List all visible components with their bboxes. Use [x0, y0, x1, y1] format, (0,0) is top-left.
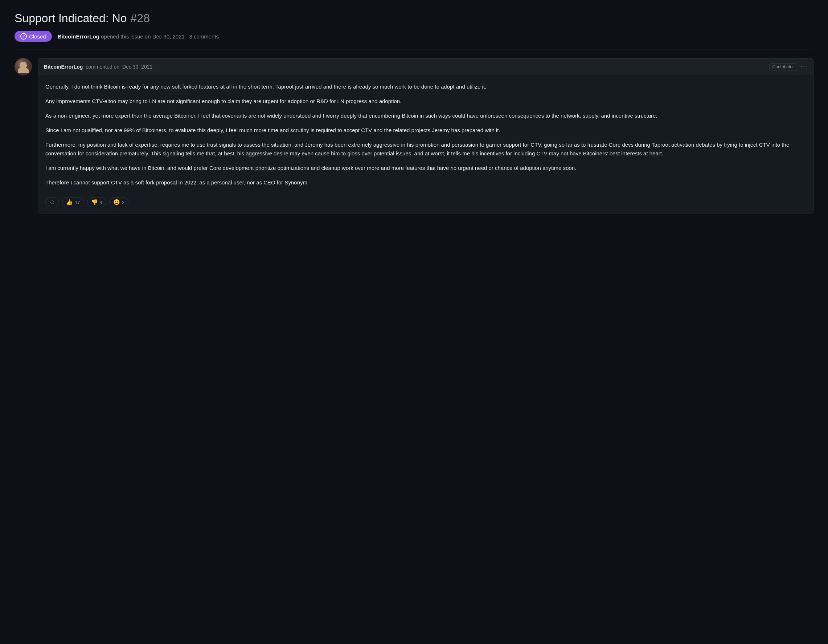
check-icon: ✓ — [20, 33, 27, 39]
comment-paragraph-7: Therefore I cannot support CTV as a soft… — [45, 178, 806, 187]
comment-author[interactable]: BitcoinErrorLog — [44, 64, 83, 70]
laugh-reaction[interactable]: 😄 2 — [109, 197, 129, 207]
thumbs-down-reaction[interactable]: 👎 4 — [87, 197, 106, 207]
comment-body: Generally, I do not think Bitcoin is rea… — [38, 75, 813, 193]
comment-section: BitcoinErrorLog commented on Dec 30, 202… — [14, 58, 814, 214]
laugh-count: 2 — [122, 199, 124, 205]
issue-number: #28 — [131, 12, 150, 25]
comment-box: BitcoinErrorLog commented on Dec 30, 202… — [38, 58, 814, 214]
comment-paragraph-1: Generally, I do not think Bitcoin is rea… — [45, 82, 806, 91]
comment-paragraph-6: I am currently happy with what we have i… — [45, 164, 806, 173]
comment-paragraph-3: As a non-engineer, yet more expert than … — [45, 112, 806, 120]
comment-date: Dec 30, 2021 — [122, 64, 152, 70]
contributor-badge: Contributor — [769, 63, 797, 71]
issue-action: opened this issue on — [101, 33, 152, 39]
comment-action: commented on — [86, 64, 119, 70]
issue-meta-bar: ✓ Closed BitcoinErrorLog opened this iss… — [14, 31, 814, 49]
issue-date: Dec 30, 2021 — [152, 33, 185, 39]
page-title: Support Indicated: No #28 — [14, 12, 814, 25]
thumbs-up-reaction[interactable]: 👍 17 — [62, 197, 84, 207]
issue-title-text: Support Indicated: No — [14, 12, 127, 25]
closed-badge[interactable]: ✓ Closed — [14, 31, 52, 42]
more-options-button[interactable]: ··· — [801, 63, 807, 71]
comment-paragraph-4: Since I am not qualified, nor are 99% of… — [45, 126, 806, 135]
status-label: Closed — [29, 33, 46, 39]
laugh-icon: 😄 — [113, 199, 120, 206]
thumbs-up-icon: 👍 — [66, 199, 73, 206]
comment-header-left: BitcoinErrorLog commented on Dec 30, 202… — [44, 64, 152, 70]
comment-paragraph-2: Any improvements CTV-eltoo may bring to … — [45, 97, 806, 106]
thumbs-down-count: 4 — [100, 199, 102, 205]
thumbs-up-count: 17 — [75, 199, 80, 205]
comment-header-right: Contributor ··· — [769, 63, 807, 71]
add-reaction-icon: ☺ — [49, 199, 55, 206]
comment-reactions: ☺ 👍 17 👎 4 😄 2 — [38, 193, 813, 213]
avatar[interactable] — [14, 58, 32, 75]
issue-author[interactable]: BitcoinErrorLog — [58, 33, 99, 39]
issue-comments-count: 3 comments — [189, 33, 219, 39]
issue-meta-text: BitcoinErrorLog opened this issue on Dec… — [58, 33, 219, 39]
comment-header: BitcoinErrorLog commented on Dec 30, 202… — [38, 58, 813, 75]
add-reaction-button[interactable]: ☺ — [45, 197, 59, 207]
thumbs-down-icon: 👎 — [91, 199, 98, 206]
avatar-image — [14, 58, 32, 75]
comment-paragraph-5: Furthermore, my position and lack of exp… — [45, 140, 806, 158]
